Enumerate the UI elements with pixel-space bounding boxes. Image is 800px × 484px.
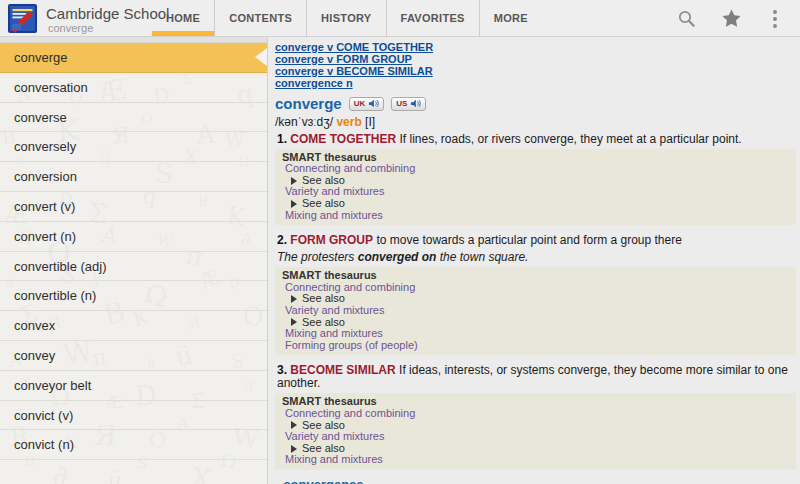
app-logo — [8, 4, 37, 33]
list-item-conversation[interactable]: conversation — [0, 73, 267, 103]
tab-home[interactable]: HOME — [152, 0, 215, 37]
top-bar: Cambridge School converge HOME CONTENTS … — [0, 0, 800, 37]
speaker-icon — [368, 98, 379, 109]
list-item-conveyor-belt[interactable]: conveyor belt — [0, 371, 267, 401]
smart-thesaurus-box: SMART thesaurus Connecting and combining… — [275, 393, 796, 470]
grammar-code: [I] — [365, 115, 375, 129]
list-item-conversely[interactable]: conversely — [0, 132, 267, 162]
speaker-icon — [410, 98, 421, 109]
entry-panel: converge v COME TOGETHER converge v FORM… — [269, 37, 800, 484]
runon-entry: ·convergence — [275, 477, 796, 484]
tab-favorites[interactable]: FAVORITES — [387, 0, 480, 37]
triangle-icon — [291, 421, 297, 429]
list-item-convertible-adj[interactable]: convertible (adj) — [0, 252, 267, 282]
see-also-toggle[interactable]: See also — [282, 198, 345, 210]
triangle-icon — [291, 318, 297, 326]
list-item-convex[interactable]: convex — [0, 311, 267, 341]
smart-thesaurus-box: SMART thesaurus Connecting and combining… — [275, 267, 796, 355]
headword-row: converge UK US — [275, 95, 796, 113]
tab-bar: HOME CONTENTS HISTORY FAVORITES MORE — [152, 0, 542, 37]
thesaurus-topic-link[interactable]: Mixing and mixtures — [282, 210, 383, 222]
sense-2: 2. FORM GROUP to move towards a particul… — [275, 234, 796, 247]
word-list: converge conversation converse conversel… — [0, 37, 267, 484]
example-sentence: The protesters converged on the town squ… — [275, 250, 796, 264]
app-subtitle: converge — [48, 22, 93, 34]
sense-3: 3. BECOME SIMILAR If ideas, interests, o… — [275, 364, 796, 390]
thesaurus-topic-link[interactable]: Variety and mixtures — [282, 305, 384, 317]
list-item-convict-n[interactable]: convict (n) — [0, 430, 267, 460]
list-item-converse[interactable]: converse — [0, 103, 267, 133]
runon-word-link[interactable]: convergence — [283, 477, 363, 484]
search-icon[interactable] — [676, 8, 698, 30]
pronunciation: /kənˈvɜːdʒ/ — [275, 115, 333, 129]
list-item-convert-n[interactable]: convert (n) — [0, 222, 267, 252]
list-item-conversion[interactable]: conversion — [0, 162, 267, 192]
thesaurus-topic-link[interactable]: Forming groups (of people) — [282, 340, 418, 352]
app-title: Cambridge School — [46, 5, 169, 22]
triangle-icon — [291, 445, 297, 453]
tab-history[interactable]: HISTORY — [307, 0, 386, 37]
us-audio-button[interactable]: US — [391, 97, 426, 111]
triangle-icon — [291, 295, 297, 303]
entry-nav-link[interactable]: converge v BECOME SIMILAR — [275, 66, 433, 78]
smart-thesaurus-box: SMART thesaurus Connecting and combining… — [275, 149, 796, 226]
top-bar-actions — [676, 0, 800, 37]
word-list-panel: AWπ∂üSXΩÆDΣqBKЯOAWπ∂üSXΩÆDΣqBKЯOAWπ∂üSXΩ… — [0, 37, 268, 484]
thesaurus-topic-link[interactable]: Mixing and mixtures — [282, 454, 383, 466]
tab-contents[interactable]: CONTENTS — [215, 0, 307, 37]
guideword: COME TOGETHER — [290, 132, 396, 146]
guideword: BECOME SIMILAR — [290, 363, 395, 377]
entry-nav-link[interactable]: convergence n — [275, 78, 353, 90]
thesaurus-topic-link[interactable]: Variety and mixtures — [282, 431, 384, 443]
thesaurus-topic-link[interactable]: Connecting and combining — [282, 408, 415, 420]
guideword: FORM GROUP — [290, 233, 373, 247]
definition: If lines, roads, or rivers converge, the… — [400, 132, 742, 146]
star-icon[interactable] — [720, 8, 742, 30]
list-item-convertible-n[interactable]: convertible (n) — [0, 281, 267, 311]
headword: converge — [275, 95, 342, 112]
triangle-icon — [291, 177, 297, 185]
list-item-convert-v[interactable]: convert (v) — [0, 192, 267, 222]
part-of-speech: verb — [336, 115, 361, 129]
thesaurus-topic-link[interactable]: Mixing and mixtures — [282, 328, 383, 340]
tab-more[interactable]: MORE — [480, 0, 542, 37]
uk-audio-button[interactable]: UK — [349, 97, 385, 111]
bullet: · — [275, 477, 279, 484]
definition: to move towards a particular point and f… — [376, 233, 682, 247]
overflow-menu-icon[interactable] — [764, 8, 786, 30]
list-item-convey[interactable]: convey — [0, 341, 267, 371]
list-item-converge[interactable]: converge — [0, 43, 267, 73]
sense-1: 1. COME TOGETHER If lines, roads, or riv… — [275, 133, 796, 146]
triangle-icon — [291, 200, 297, 208]
pronunciation-row: /kənˈvɜːdʒ/ verb [I] — [275, 115, 796, 129]
list-item-convict-v[interactable]: convict (v) — [0, 401, 267, 431]
